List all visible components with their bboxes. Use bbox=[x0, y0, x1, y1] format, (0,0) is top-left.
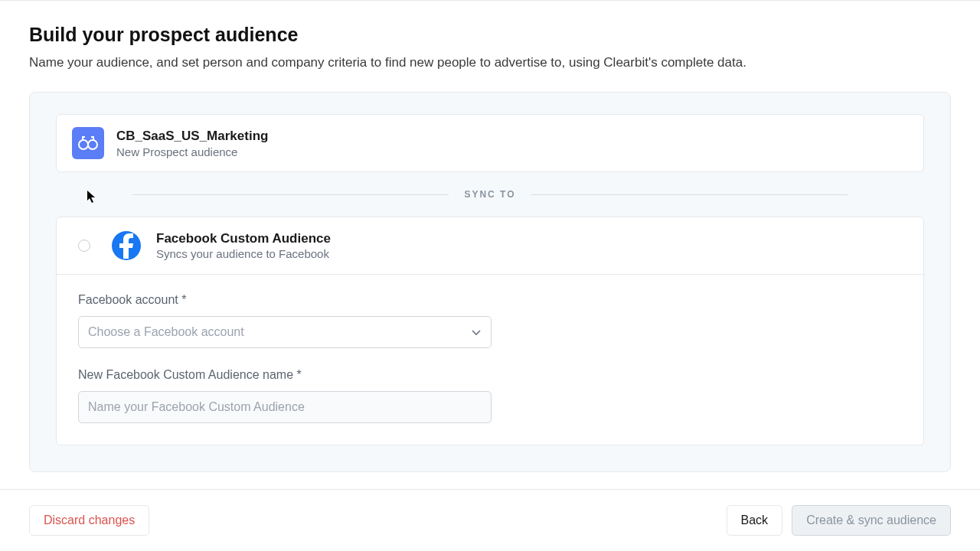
audience-name: CB_SaaS_US_Marketing bbox=[116, 129, 268, 144]
destination-card: Facebook Custom Audience Syncs your audi… bbox=[56, 217, 924, 445]
custom-audience-name-input[interactable] bbox=[78, 391, 492, 423]
svg-point-1 bbox=[88, 140, 97, 149]
facebook-account-label: Facebook account * bbox=[78, 293, 902, 307]
destination-option[interactable]: Facebook Custom Audience Syncs your audi… bbox=[57, 217, 923, 275]
back-button[interactable]: Back bbox=[727, 505, 783, 536]
sync-divider: SYNC TO bbox=[56, 189, 924, 200]
facebook-account-select[interactable]: Choose a Facebook account bbox=[78, 316, 492, 348]
discard-button[interactable]: Discard changes bbox=[29, 505, 149, 536]
audience-card: CB_SaaS_US_Marketing New Prospect audien… bbox=[56, 114, 924, 172]
destination-radio[interactable] bbox=[78, 240, 90, 252]
page-subtitle: Name your audience, and set person and c… bbox=[29, 55, 951, 70]
footer-bar: Discard changes Back Create & sync audie… bbox=[0, 489, 980, 551]
destination-title: Facebook Custom Audience bbox=[156, 231, 331, 246]
page-title: Build your prospect audience bbox=[29, 24, 951, 46]
facebook-icon bbox=[112, 231, 141, 260]
binoculars-icon bbox=[72, 127, 104, 159]
custom-audience-name-label: New Facebook Custom Audience name * bbox=[78, 368, 902, 382]
audience-type-label: New Prospect audience bbox=[116, 145, 268, 158]
config-panel: CB_SaaS_US_Marketing New Prospect audien… bbox=[29, 92, 951, 472]
sync-divider-label: SYNC TO bbox=[449, 189, 531, 200]
svg-point-0 bbox=[79, 140, 88, 149]
create-sync-button[interactable]: Create & sync audience bbox=[792, 505, 951, 536]
destination-description: Syncs your audience to Facebook bbox=[156, 247, 331, 260]
